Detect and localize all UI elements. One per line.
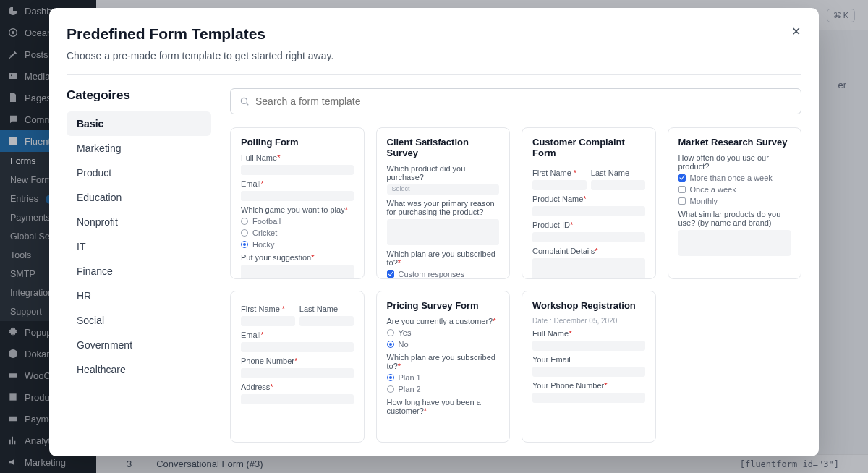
- category-social[interactable]: Social: [67, 308, 211, 333]
- radio-icon: [241, 218, 248, 225]
- card-subtitle: Date : December 05, 2020: [532, 317, 645, 325]
- radio-icon: [387, 374, 394, 381]
- card-title: Pricing Survey Form: [387, 300, 500, 311]
- select-preview: -Select-: [387, 184, 500, 195]
- field-preview: [591, 180, 645, 190]
- field-label: Last Name: [591, 169, 645, 177]
- radio-icon: [387, 341, 394, 348]
- radio-icon: [387, 329, 394, 336]
- card-title: Workshop Registration: [532, 300, 645, 311]
- field-label: Email*: [241, 331, 354, 339]
- close-button[interactable]: ✕: [787, 22, 804, 40]
- search-icon: [239, 96, 250, 106]
- category-it[interactable]: IT: [67, 234, 211, 259]
- checkbox-icon: [387, 270, 394, 278]
- field-preview: [678, 230, 791, 256]
- card-title: Customer Complaint Form: [532, 137, 645, 158]
- search-input[interactable]: [255, 95, 792, 107]
- radio-option: Yes: [387, 328, 500, 337]
- radio-icon: [387, 385, 394, 393]
- checkbox-option: Once a week: [678, 185, 791, 194]
- field-label: How often do you use our product?: [678, 153, 791, 171]
- field-preview: [532, 393, 645, 403]
- checkbox-icon: [678, 174, 686, 182]
- field-label: What similar products do you use? (by na…: [678, 210, 791, 227]
- modal-subtitle: Choose a pre-made form template to get s…: [67, 50, 801, 61]
- search-field[interactable]: [230, 88, 801, 114]
- radio-icon: [241, 229, 248, 236]
- templates-modal: ✕ Predefined Form Templates Choose a pre…: [49, 8, 819, 456]
- radio-option: Plan 1: [387, 373, 500, 382]
- field-label: Which product did you purchase?: [387, 164, 500, 182]
- field-preview: [532, 206, 645, 216]
- field-label: Your Email: [532, 355, 645, 364]
- radio-option: Plan 2: [387, 385, 500, 393]
- field-label: Which plan are you subscribed to?*: [387, 250, 500, 267]
- field-label: Your Phone Number*: [532, 381, 645, 390]
- modal-title: Predefined Form Templates: [67, 25, 801, 43]
- divider: [67, 74, 801, 75]
- field-label: Complaint Details*: [532, 247, 645, 255]
- radio-option: Hocky: [241, 240, 354, 249]
- checkbox-option: More than once a week: [678, 174, 791, 182]
- checkbox-option: Custom responses: [387, 270, 500, 278]
- template-card[interactable]: Customer Complaint FormFirst Name *Last …: [522, 127, 656, 279]
- field-preview: [241, 165, 354, 175]
- category-marketing[interactable]: Marketing: [67, 136, 211, 161]
- categories-heading: Categoires: [67, 88, 211, 103]
- card-title: Client Satisfaction Survey: [387, 137, 500, 158]
- template-card[interactable]: Market Research SurveyHow often do you u…: [668, 127, 802, 279]
- checkbox-icon: [678, 186, 686, 193]
- radio-icon: [241, 241, 248, 248]
- field-preview: [299, 316, 354, 326]
- template-card[interactable]: Workshop RegistrationDate : December 05,…: [522, 291, 656, 443]
- category-education[interactable]: Education: [67, 185, 211, 210]
- template-grid: Polling FormFull Name*Email*Which game y…: [230, 127, 801, 456]
- field-label: Full Name*: [532, 329, 645, 338]
- field-label: Put your suggestion*: [241, 253, 354, 262]
- field-preview: [532, 232, 645, 242]
- field-preview: [241, 265, 354, 279]
- category-nonprofit[interactable]: Nonprofit: [67, 210, 211, 234]
- field-label: Product ID*: [532, 221, 645, 229]
- field-preview: [241, 342, 354, 352]
- field-preview: [241, 394, 354, 404]
- svg-point-10: [241, 98, 247, 103]
- field-label: Are you currently a customer?*: [387, 317, 500, 325]
- field-label: Last Name: [299, 304, 354, 313]
- field-label: Product Name*: [532, 195, 645, 203]
- field-label: How long have you been a customer?*: [387, 398, 500, 415]
- field-label: First Name *: [241, 304, 295, 313]
- template-card[interactable]: Pricing Survey FormAre you currently a c…: [376, 291, 511, 443]
- field-preview: [532, 341, 645, 351]
- field-label: Email*: [241, 179, 354, 188]
- field-preview: [241, 191, 354, 201]
- field-preview: [532, 258, 645, 279]
- template-card[interactable]: Polling FormFull Name*Email*Which game y…: [230, 127, 365, 279]
- category-basic[interactable]: Basic: [67, 111, 211, 136]
- category-finance[interactable]: Finance: [67, 259, 211, 284]
- field-label: Full Name*: [241, 153, 354, 162]
- radio-option: Football: [241, 217, 354, 226]
- field-label: Which plan are you subscribed to?*: [387, 353, 500, 370]
- radio-option: Cricket: [241, 229, 354, 237]
- field-label: Which game you want to play*: [241, 205, 354, 214]
- field-preview: [387, 219, 500, 245]
- card-title: Polling Form: [241, 137, 354, 148]
- category-healthcare[interactable]: Healthcare: [67, 357, 211, 382]
- template-card[interactable]: First Name *Last NameEmail*Phone Number*…: [230, 291, 365, 443]
- checkbox-icon: [678, 197, 686, 205]
- category-product[interactable]: Product: [67, 161, 211, 185]
- field-preview: [532, 367, 645, 377]
- field-label: First Name *: [532, 169, 587, 177]
- category-hr[interactable]: HR: [67, 284, 211, 308]
- field-label: What was your primary reason for purchas…: [387, 199, 500, 216]
- radio-option: No: [387, 340, 500, 349]
- field-label: Address*: [241, 383, 354, 391]
- template-card[interactable]: Client Satisfaction SurveyWhich product …: [376, 127, 511, 279]
- category-government[interactable]: Government: [67, 333, 211, 357]
- checkbox-option: Monthly: [678, 197, 791, 205]
- field-preview: [241, 316, 295, 326]
- field-label: Phone Number*: [241, 357, 354, 365]
- field-preview: [532, 180, 587, 190]
